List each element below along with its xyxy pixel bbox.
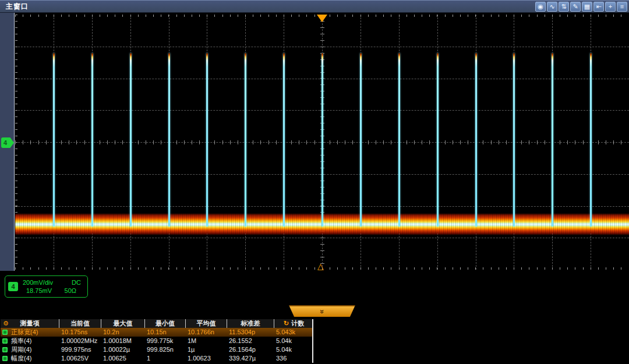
- measure-avg: 1M: [185, 337, 227, 345]
- measure-max: 1.00018M: [101, 337, 144, 345]
- pulse-trace: [130, 53, 132, 227]
- channel-color-icon: [2, 330, 8, 335]
- measure-avg: 10.1766n: [185, 328, 227, 337]
- pulse-trace: [321, 53, 323, 227]
- channel-offset: 18.75mV: [26, 287, 52, 295]
- pulse-trace: [168, 53, 170, 227]
- oscilloscope-main-window: 主窗口 ◉ ∿ ⇅ ✎ ▦ ⇤ + ≡ △ 4 4: [0, 0, 629, 364]
- channel-4-info-box[interactable]: 4 200mV/div DC 18.75mV 50Ω: [5, 275, 88, 298]
- measurement-table: ⚙ 测量项 当前值 最大值 最小值 平均值 标准差 ↻计数 正脉宽(4) 10.…: [1, 319, 313, 363]
- channel-coupling: DC: [72, 278, 81, 287]
- trigger-level-marker-icon[interactable]: △: [317, 262, 324, 270]
- refresh-icon[interactable]: ↻: [284, 320, 289, 327]
- table-row[interactable]: 周期(4) 999.975ns 1.00022µ 999.825n 1µ 26.…: [1, 345, 312, 354]
- channel-scale: 200mV/div: [23, 278, 53, 287]
- pulse-trace: [53, 53, 55, 227]
- col-std: 标准差: [227, 319, 274, 328]
- pulse-trace: [206, 53, 208, 227]
- collapse-results-button[interactable]: »: [289, 305, 355, 317]
- measure-current: 1.00002MHz: [59, 337, 101, 345]
- title-bar: 主窗口 ◉ ∿ ⇅ ✎ ▦ ⇤ + ≡: [0, 0, 629, 13]
- measure-std: 11.5304p: [227, 328, 274, 337]
- measure-max: 1.00625: [101, 354, 144, 363]
- measure-std: 26.1552: [227, 337, 274, 345]
- measure-max: 1.00022µ: [101, 345, 144, 354]
- window-title: 主窗口: [0, 2, 29, 12]
- measure-min: 1: [144, 354, 185, 363]
- table-row[interactable]: 正脉宽(4) 10.175ns 10.2n 10.15n 10.1766n 11…: [1, 328, 312, 337]
- graticule: △: [15, 15, 629, 270]
- waveform-icon[interactable]: ∿: [547, 2, 557, 12]
- menu-icon[interactable]: ≡: [617, 2, 627, 12]
- pulse-trace: [283, 53, 285, 227]
- col-count: 计数: [291, 320, 304, 327]
- pulse-trace: [552, 53, 553, 227]
- pulse-trace: [590, 53, 592, 227]
- pulse-trace: [437, 53, 439, 227]
- measurement-table-header: ⚙ 测量项 当前值 最大值 最小值 平均值 标准差 ↻计数: [1, 319, 312, 328]
- channel-4-badge: 4: [8, 282, 18, 291]
- collapse-panel-icon[interactable]: ⇤: [593, 2, 604, 12]
- channel-impedance: 50Ω: [65, 287, 76, 295]
- measure-label: 频率(4): [9, 337, 59, 345]
- measure-min: 999.775k: [144, 337, 185, 345]
- measure-min: 999.825n: [144, 345, 185, 354]
- histogram-icon[interactable]: ▦: [582, 2, 592, 12]
- pulse-trace: [91, 53, 93, 227]
- measure-label: 正脉宽(4): [9, 328, 59, 337]
- channel-color-icon: [2, 356, 8, 361]
- measure-count: 5.04k: [274, 337, 313, 345]
- add-icon[interactable]: +: [605, 2, 616, 12]
- gear-icon[interactable]: ⚙: [3, 319, 9, 328]
- sort-arrows-icon[interactable]: ⇅: [559, 2, 569, 12]
- channel-color-icon: [2, 338, 8, 344]
- col-min: 最小值: [144, 319, 185, 328]
- measure-current: 10.175ns: [59, 328, 101, 337]
- measure-std: 339.427µ: [227, 354, 274, 363]
- measure-label: 周期(4): [9, 345, 59, 354]
- col-max: 最大值: [101, 319, 144, 328]
- measure-count: 5.043k: [274, 328, 313, 337]
- measure-max: 10.2n: [101, 328, 144, 337]
- measure-avg: 1µ: [185, 345, 227, 354]
- measure-count: 336: [274, 354, 313, 363]
- col-measure-item: 测量项: [20, 320, 40, 327]
- waveform-display[interactable]: △: [15, 13, 629, 271]
- channel-color-icon: [2, 347, 8, 352]
- screenshot-icon[interactable]: ◉: [535, 2, 546, 12]
- measure-current: 999.975ns: [59, 345, 101, 354]
- measure-count: 5.04k: [274, 345, 313, 354]
- table-row[interactable]: 频率(4) 1.00002MHz 1.00018M 999.775k 1M 26…: [1, 337, 312, 345]
- pulse-trace: [513, 53, 515, 227]
- pulse-trace: [475, 53, 477, 227]
- measure-current: 1.00625V: [59, 354, 101, 363]
- measure-avg: 1.00623: [185, 354, 227, 363]
- trigger-position-marker-icon[interactable]: [317, 15, 327, 22]
- pulse-trace: [360, 53, 362, 227]
- col-current: 当前值: [59, 319, 101, 328]
- measure-std: 26.1564p: [227, 345, 274, 354]
- double-chevron-down-icon: »: [319, 309, 325, 313]
- measure-label: 幅度(4): [9, 354, 59, 363]
- toolbar: ◉ ∿ ⇅ ✎ ▦ ⇤ + ≡: [535, 2, 629, 12]
- table-row[interactable]: 幅度(4) 1.00625V 1.00625 1 1.00623 339.427…: [1, 354, 312, 363]
- pulse-trace: [245, 53, 246, 227]
- annotate-icon[interactable]: ✎: [570, 2, 581, 12]
- col-avg: 平均值: [185, 319, 227, 328]
- pulse-trace: [398, 53, 400, 227]
- measure-min: 10.15n: [144, 328, 185, 337]
